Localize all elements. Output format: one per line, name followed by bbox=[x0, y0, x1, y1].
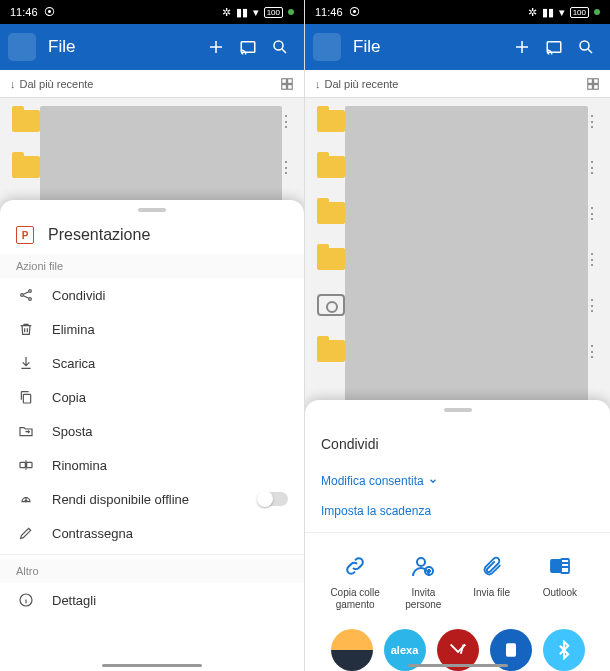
nav-indicator bbox=[102, 664, 202, 667]
offline-toggle[interactable] bbox=[258, 492, 288, 506]
status-dot-icon bbox=[594, 9, 600, 15]
person-add-icon bbox=[411, 553, 435, 579]
app-bar: File bbox=[0, 24, 304, 70]
folder-icon bbox=[317, 340, 345, 362]
svg-rect-18 bbox=[594, 84, 599, 89]
bluetooth-icon: ✲ bbox=[528, 6, 537, 19]
svg-rect-2 bbox=[282, 78, 287, 83]
folder-icon bbox=[317, 202, 345, 224]
wifi-icon: ▾ bbox=[559, 6, 565, 19]
svg-rect-3 bbox=[288, 78, 293, 83]
search-icon[interactable] bbox=[264, 38, 296, 56]
signal-icon: ▮▮ bbox=[542, 6, 554, 19]
nav-indicator bbox=[408, 664, 508, 667]
view-grid-icon[interactable] bbox=[586, 77, 600, 91]
status-dot-icon bbox=[288, 9, 294, 15]
svg-rect-24 bbox=[506, 643, 516, 656]
folder-icon bbox=[12, 110, 40, 132]
details-item[interactable]: Dettagli bbox=[0, 583, 304, 617]
svg-rect-11 bbox=[27, 462, 32, 467]
view-grid-icon[interactable] bbox=[280, 77, 294, 91]
delete-item[interactable]: Elimina bbox=[0, 312, 304, 346]
avatar[interactable] bbox=[8, 33, 36, 61]
status-time: 11:46 bbox=[315, 6, 343, 18]
link-icon bbox=[343, 553, 367, 579]
bluetooth-icon: ✲ bbox=[222, 6, 231, 19]
bluetooth-app-icon[interactable] bbox=[543, 629, 585, 671]
copy-link-button[interactable]: Copia colle gamento bbox=[325, 553, 385, 611]
trash-icon bbox=[16, 321, 36, 337]
phone-right: 11:46 ⦿ ✲ ▮▮ ▾ 100 File ↓Dal più recente… bbox=[305, 0, 610, 671]
invite-people-button[interactable]: Invita persone bbox=[393, 553, 453, 611]
svg-rect-23 bbox=[561, 559, 569, 573]
outlook-button[interactable]: O Outlook bbox=[530, 553, 590, 611]
svg-text:O: O bbox=[553, 562, 559, 571]
status-time: 11:46 bbox=[10, 6, 38, 18]
svg-rect-4 bbox=[282, 84, 287, 89]
folder-icon bbox=[12, 156, 40, 178]
copy-item[interactable]: Copia bbox=[0, 380, 304, 414]
folder-icon bbox=[317, 110, 345, 132]
outlook-icon: O bbox=[548, 553, 572, 579]
vault-icon bbox=[317, 294, 345, 316]
share-sheet: Condividi Modifica consentita Imposta la… bbox=[305, 400, 610, 671]
share-item[interactable]: Condividi bbox=[0, 278, 304, 312]
status-bar: 11:46 ⦿ ✲ ▮▮ ▾ 100 bbox=[0, 0, 304, 24]
sheet-handle[interactable] bbox=[444, 408, 472, 412]
separator bbox=[305, 532, 610, 533]
sort-bar[interactable]: ↓Dal più recente bbox=[305, 70, 610, 98]
folder-icon bbox=[317, 248, 345, 270]
sort-bar[interactable]: ↓Dal più recente bbox=[0, 70, 304, 98]
signal-icon: ▮▮ bbox=[236, 6, 248, 19]
svg-rect-5 bbox=[288, 84, 293, 89]
svg-rect-10 bbox=[20, 462, 25, 467]
powerpoint-icon: P bbox=[16, 226, 34, 244]
folder-icon bbox=[317, 156, 345, 178]
set-expiry-link[interactable]: Imposta la scadenza bbox=[321, 496, 594, 526]
cast-icon[interactable] bbox=[538, 38, 570, 56]
download-item[interactable]: Scarica bbox=[0, 346, 304, 380]
move-icon bbox=[16, 423, 36, 439]
copy-icon bbox=[16, 389, 36, 405]
mark-item[interactable]: Contrassegna bbox=[0, 516, 304, 550]
download-icon bbox=[16, 355, 36, 371]
svg-point-19 bbox=[417, 558, 425, 566]
svg-rect-17 bbox=[588, 84, 593, 89]
share-actions-row: Copia colle gamento Invita persone Invia… bbox=[321, 539, 594, 611]
add-button[interactable] bbox=[200, 38, 232, 56]
rename-item[interactable]: Rinomina bbox=[0, 448, 304, 482]
svg-point-14 bbox=[580, 41, 589, 50]
appbar-title: File bbox=[353, 37, 506, 57]
svg-point-8 bbox=[29, 298, 32, 301]
svg-rect-16 bbox=[594, 78, 599, 83]
sheet-handle[interactable] bbox=[138, 208, 166, 212]
svg-point-7 bbox=[29, 290, 32, 293]
move-item[interactable]: Sposta bbox=[0, 414, 304, 448]
cast-icon[interactable] bbox=[232, 38, 264, 56]
svg-rect-15 bbox=[588, 78, 593, 83]
app-bar: File bbox=[305, 24, 610, 70]
battery-icon: 100 bbox=[264, 7, 283, 18]
sort-arrow-icon: ↓ bbox=[315, 78, 321, 90]
sheet-file-name: Presentazione bbox=[48, 226, 150, 244]
file-actions-sheet: P Presentazione Azioni file Condividi El… bbox=[0, 200, 304, 671]
offline-item[interactable]: Rendi disponibile offline bbox=[0, 482, 304, 516]
section-label-actions: Azioni file bbox=[0, 254, 304, 278]
appbar-title: File bbox=[48, 37, 200, 57]
rename-icon bbox=[16, 457, 36, 473]
svg-point-1 bbox=[274, 41, 283, 50]
svg-point-6 bbox=[21, 294, 24, 297]
battery-icon: 100 bbox=[570, 7, 589, 18]
svg-rect-9 bbox=[23, 394, 30, 403]
attachment-icon bbox=[481, 553, 503, 579]
status-bar: 11:46 ⦿ ✲ ▮▮ ▾ 100 bbox=[305, 0, 610, 24]
app-icons-row: alexa bbox=[321, 611, 594, 671]
amazon-app-icon[interactable] bbox=[331, 629, 373, 671]
edit-permission-link[interactable]: Modifica consentita bbox=[321, 466, 594, 496]
add-button[interactable] bbox=[506, 38, 538, 56]
search-icon[interactable] bbox=[570, 38, 602, 56]
section-label-other: Altro bbox=[0, 559, 304, 583]
avatar[interactable] bbox=[313, 33, 341, 61]
sort-label: Dal più recente bbox=[325, 78, 399, 90]
send-file-button[interactable]: Invia file bbox=[462, 553, 522, 611]
